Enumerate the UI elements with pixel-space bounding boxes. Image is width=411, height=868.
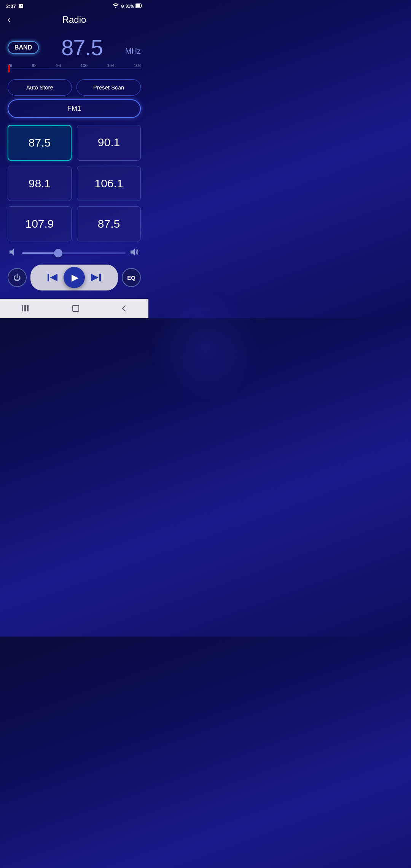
tuner-label-92: 92 (32, 63, 37, 68)
prev-button[interactable] (48, 273, 58, 282)
preset-cell-1[interactable]: 87.5 (8, 125, 72, 161)
volume-thumb[interactable] (54, 249, 62, 257)
volume-high-icon (130, 248, 139, 258)
svg-rect-2 (136, 4, 140, 7)
nav-bar (0, 299, 148, 318)
eq-button[interactable]: EQ (122, 268, 141, 287)
svg-rect-12 (73, 305, 79, 311)
preset-grid: 87.5 90.1 98.1 106.1 107.9 87.5 (8, 125, 141, 241)
wifi-icon (112, 3, 119, 9)
back-button[interactable]: ‹ (8, 16, 10, 24)
preset-scan-button[interactable]: Preset Scan (76, 79, 141, 96)
gallery-icon: 🖼 (18, 3, 23, 9)
preset-cell-2[interactable]: 90.1 (77, 125, 141, 161)
auto-store-button[interactable]: Auto Store (8, 79, 72, 96)
svg-marker-3 (10, 249, 14, 255)
volume-fill (22, 252, 58, 254)
svg-marker-4 (131, 249, 135, 255)
tuner-label-100: 100 (81, 63, 88, 68)
nav-menu-icon[interactable] (21, 305, 30, 314)
alarm-icon: ⊘ (121, 4, 124, 9)
transport-bar: ▶ (30, 265, 118, 290)
battery-percent: 91% (126, 4, 134, 8)
battery-icon (135, 3, 142, 9)
play-icon: ▶ (72, 272, 78, 283)
volume-slider[interactable] (22, 252, 126, 254)
svg-marker-8 (91, 274, 99, 281)
preset-cell-4[interactable]: 106.1 (77, 166, 141, 201)
preset-cell-3[interactable]: 98.1 (8, 166, 72, 201)
volume-low-icon (9, 248, 18, 258)
mhz-unit: MHz (125, 47, 141, 60)
next-button[interactable] (90, 273, 101, 282)
svg-rect-7 (99, 274, 101, 281)
tuner-label-104: 104 (107, 63, 114, 68)
volume-row (8, 248, 141, 258)
main-content: BAND 87.5 MHz 88 92 96 100 104 108 Auto … (0, 31, 148, 297)
tuner-label-96: 96 (56, 63, 61, 68)
tuner-label-108: 108 (134, 63, 141, 68)
tuner-needle (8, 65, 10, 72)
nav-home-icon[interactable] (72, 304, 80, 314)
svg-rect-5 (48, 274, 49, 281)
nav-back-icon[interactable] (121, 304, 127, 314)
status-time: 2:07 (6, 3, 16, 9)
status-bar: 2:07 🖼 ⊘ 91% (0, 0, 148, 11)
player-controls-row: ⏻ ▶ EQ (8, 265, 141, 290)
frequency-display: 87.5 (61, 35, 103, 60)
svg-rect-1 (142, 5, 142, 7)
svg-marker-6 (50, 274, 57, 281)
band-button[interactable]: BAND (8, 41, 39, 54)
play-button[interactable]: ▶ (64, 267, 85, 288)
svg-rect-10 (24, 305, 26, 311)
scan-buttons-row: Auto Store Preset Scan (8, 79, 141, 96)
page-title: Radio (62, 14, 86, 25)
header: ‹ Radio (0, 11, 148, 31)
tuner-bar[interactable]: 88 92 96 100 104 108 (8, 63, 141, 74)
svg-rect-9 (22, 305, 23, 311)
power-icon: ⏻ (13, 273, 21, 282)
power-button[interactable]: ⏻ (8, 268, 27, 287)
tuner-labels: 88 92 96 100 104 108 (8, 63, 141, 68)
tuner-track (8, 69, 141, 69)
frequency-row: BAND 87.5 MHz (8, 35, 141, 60)
fm-band-selector[interactable]: FM1 (8, 99, 141, 118)
svg-rect-11 (27, 305, 29, 311)
preset-cell-5[interactable]: 107.9 (8, 206, 72, 241)
preset-cell-6[interactable]: 87.5 (77, 206, 141, 241)
